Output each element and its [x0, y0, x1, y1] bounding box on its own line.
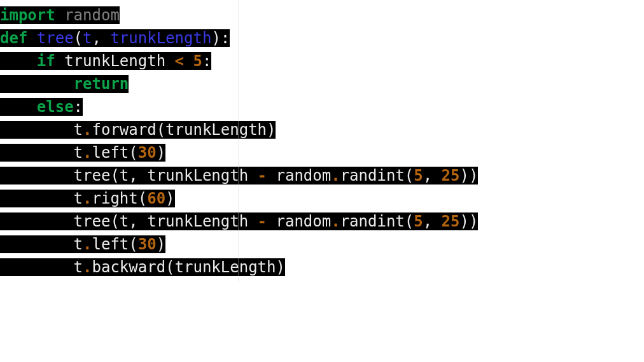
- code-token: left(: [92, 235, 138, 253]
- code-lines: import randomdef tree(t, trunkLength): i…: [0, 0, 478, 282]
- code-token: 25: [442, 212, 460, 230]
- code-token: [0, 98, 37, 116]
- code-line: t.left(30): [0, 233, 478, 256]
- code-block: import randomdef tree(t, trunkLength): i…: [0, 0, 478, 282]
- code-token: forward(trunkLength): [92, 121, 276, 139]
- code-token: .: [83, 144, 92, 162]
- code-token: backward(trunkLength): [92, 258, 285, 276]
- code-token: [27, 29, 36, 47]
- code-token: if: [37, 52, 55, 70]
- code-token: [0, 75, 74, 93]
- code-token: )): [460, 167, 479, 184]
- code-token: -: [258, 167, 267, 184]
- code-token: t: [0, 121, 83, 139]
- code-token: [184, 52, 193, 70]
- code-token: ): [157, 144, 165, 162]
- code-token: )): [460, 212, 479, 230]
- code-token: random: [267, 212, 331, 230]
- code-token: 5: [414, 212, 423, 230]
- code-line: t.backward(trunkLength): [0, 256, 478, 279]
- code-token: trunkLength: [110, 29, 211, 47]
- code-token: (: [74, 29, 83, 47]
- code-token: .: [83, 190, 92, 207]
- code-line: def tree(t, trunkLength):: [0, 27, 478, 50]
- code-token: right(: [92, 190, 148, 207]
- code-token: .: [83, 235, 92, 253]
- code-line: t.right(60): [0, 187, 478, 210]
- code-token: .: [331, 167, 340, 184]
- code-token: [55, 6, 64, 24]
- code-token: 25: [442, 167, 460, 184]
- code-token: trunkLength: [55, 52, 175, 70]
- code-token: randint(: [340, 212, 414, 230]
- code-token: left(: [92, 144, 138, 162]
- code-token: t: [0, 258, 83, 276]
- code-token: [0, 52, 37, 70]
- code-token: .: [83, 121, 92, 139]
- code-token: return: [74, 75, 129, 93]
- code-token: ): [157, 235, 165, 253]
- code-line: return: [0, 73, 478, 95]
- code-token: randint(: [340, 167, 414, 184]
- code-token: :: [74, 98, 83, 116]
- code-line: tree(t, trunkLength - random.randint(5, …: [0, 164, 478, 187]
- code-token: :: [202, 52, 211, 70]
- code-token: t: [0, 144, 83, 162]
- code-token: random: [64, 6, 120, 24]
- code-token: else: [37, 98, 74, 116]
- code-token: ):: [211, 29, 230, 47]
- code-token: tree(t, trunkLength: [0, 212, 258, 230]
- code-line: t.forward(trunkLength): [0, 118, 478, 141]
- code-token: 5: [193, 52, 202, 70]
- code-token: .: [83, 258, 92, 276]
- code-token: import: [0, 6, 55, 24]
- code-token: 60: [147, 190, 165, 207]
- code-token: <: [175, 52, 184, 70]
- code-line: else:: [0, 95, 478, 118]
- code-line: t.left(30): [0, 141, 478, 164]
- code-line: import random: [0, 4, 478, 27]
- code-line: tree(t, trunkLength - random.randint(5, …: [0, 210, 478, 233]
- code-token: 5: [414, 167, 423, 184]
- code-token: random: [267, 167, 331, 184]
- code-token: 30: [138, 235, 157, 253]
- code-token: tree(t, trunkLength: [0, 167, 258, 184]
- code-token: tree: [37, 29, 74, 47]
- code-token: ): [165, 190, 174, 207]
- code-token: t: [83, 29, 92, 47]
- code-token: .: [331, 212, 340, 230]
- code-token: -: [258, 212, 267, 230]
- code-token: t: [0, 190, 83, 207]
- code-line: if trunkLength < 5:: [0, 50, 478, 73]
- code-token: ,: [423, 167, 442, 184]
- code-token: ,: [92, 29, 111, 47]
- code-token: 30: [138, 144, 157, 162]
- code-token: def: [0, 29, 27, 47]
- code-token: ,: [423, 212, 442, 230]
- code-token: t: [0, 235, 83, 253]
